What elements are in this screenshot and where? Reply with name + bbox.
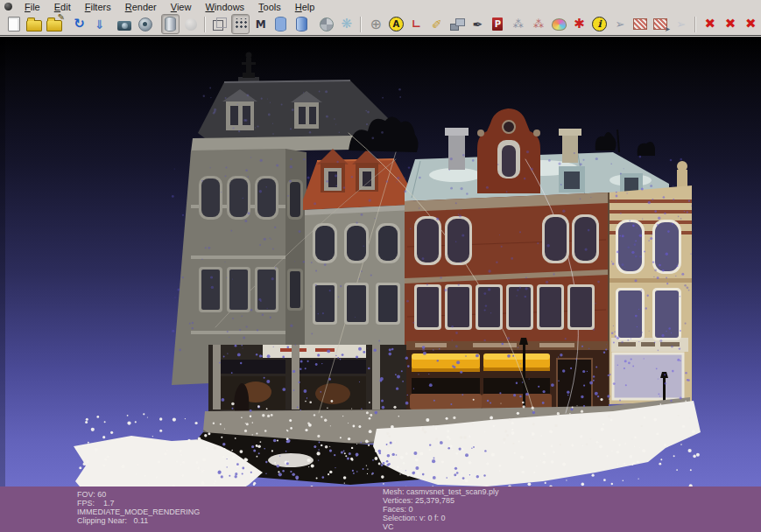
toolbar-separator bbox=[694, 17, 696, 32]
hud-clipping: Clipping Near: 0.11 bbox=[77, 516, 200, 525]
menu-item-windows[interactable]: Windows bbox=[198, 1, 251, 13]
app-icon bbox=[4, 3, 12, 10]
xcross-icon: ✖ bbox=[705, 18, 716, 31]
arrow-outline-icon: ➢ bbox=[676, 18, 686, 30]
pdf-manual-button[interactable]: P bbox=[489, 14, 507, 34]
open-project-button[interactable] bbox=[25, 14, 43, 34]
selarrow-icon: ➢ bbox=[615, 18, 624, 30]
hud-fov: FOV: 60 bbox=[77, 490, 200, 499]
draw-bbox-button[interactable] bbox=[210, 14, 229, 34]
selpt-red-icon: ⁂ bbox=[533, 19, 544, 30]
z-painting-button[interactable]: ✐ bbox=[427, 14, 446, 34]
render-mode-points-button[interactable] bbox=[161, 14, 180, 34]
draw-wireframe-button[interactable]: M bbox=[251, 14, 270, 34]
axes-icon: ∟ bbox=[412, 18, 421, 30]
brain-icon bbox=[552, 18, 567, 31]
select-vertices-brush-button[interactable]: ⁂ bbox=[529, 14, 547, 34]
paint-tool-button[interactable]: ✒ bbox=[469, 14, 487, 34]
webcam-icon bbox=[138, 18, 152, 32]
ambient-occlusion-button[interactable]: A bbox=[387, 14, 405, 34]
dots-icon bbox=[234, 18, 247, 30]
smooth-icon bbox=[296, 17, 307, 32]
star-icon: ✱ bbox=[574, 18, 585, 31]
menu-item-help[interactable]: Help bbox=[288, 1, 322, 13]
layer-info-button[interactable]: i bbox=[590, 14, 609, 34]
show-raster-button[interactable] bbox=[136, 14, 154, 34]
roof-statue bbox=[238, 52, 259, 85]
reload-mesh-button[interactable]: ↻ bbox=[70, 14, 88, 34]
menu-item-tools[interactable]: Tools bbox=[251, 1, 288, 13]
copy-viewpoint-button[interactable] bbox=[447, 14, 466, 34]
cylinder-icon bbox=[165, 17, 176, 32]
draw-smooth-button[interactable] bbox=[292, 14, 310, 34]
a-circle-icon: A bbox=[389, 17, 404, 32]
menu-item-filters[interactable]: Filters bbox=[78, 1, 118, 13]
menu-item-render[interactable]: Render bbox=[118, 1, 164, 13]
point-cloud-render bbox=[0, 37, 761, 487]
xcross-icon: ✖ bbox=[745, 18, 757, 31]
selface-icon bbox=[633, 18, 647, 30]
select-faces-button[interactable] bbox=[631, 14, 650, 34]
sphere-icon bbox=[185, 18, 197, 31]
colorize-mesh-button[interactable] bbox=[550, 14, 568, 34]
viewport-3d[interactable] bbox=[0, 37, 761, 486]
selpt-icon: ⁂ bbox=[513, 19, 524, 30]
toolbar: ↻⇓M❋⊕A∟✐✒P⁂⁂✱i➢➢✖✖✖ bbox=[0, 13, 761, 36]
hud-mesh-info: Mesh: casmvsnet_test_scan9.ply Vertices:… bbox=[383, 487, 499, 531]
info-icon: i bbox=[592, 17, 607, 32]
render-mode-sphere-button[interactable] bbox=[181, 14, 200, 34]
deselect-tool-button[interactable]: ➢ bbox=[672, 14, 690, 34]
xcross-icon: ✖ bbox=[725, 18, 736, 31]
import-mesh-button[interactable] bbox=[45, 14, 63, 34]
delete-selected-faces-button[interactable]: ✖ bbox=[701, 14, 719, 34]
folder-icon bbox=[26, 20, 42, 32]
hud-faces: Faces: 0 bbox=[383, 505, 499, 514]
page-icon bbox=[8, 17, 20, 32]
hud-camera-info: FOV: 60 FPS: 1.7 IMMEDIATE_MODE_RENDERIN… bbox=[77, 490, 200, 525]
show-axis-button[interactable]: ∟ bbox=[407, 14, 426, 34]
geometry-tool-button[interactable]: ✱ bbox=[570, 14, 588, 34]
cube-icon bbox=[213, 20, 223, 31]
select-faces-rect-button[interactable] bbox=[652, 14, 670, 34]
menu-bar: FileEditFiltersRenderViewWindowsToolsHel… bbox=[0, 0, 761, 13]
menu-item-edit[interactable]: Edit bbox=[47, 1, 78, 13]
export-icon: ⇓ bbox=[95, 18, 105, 31]
hud-vc: VC bbox=[383, 522, 499, 531]
hud-strip: FOV: 60 FPS: 1.7 IMMEDIATE_MODE_RENDERIN… bbox=[0, 486, 761, 532]
reload-icon: ↻ bbox=[74, 18, 85, 31]
menu-item-view[interactable]: View bbox=[164, 1, 199, 13]
flake-icon: ❋ bbox=[342, 18, 353, 31]
meshlab-window: FileEditFiltersRenderViewWindowsToolsHel… bbox=[0, 0, 761, 532]
folder-edit-icon bbox=[46, 20, 62, 32]
menu-bar-items: FileEditFiltersRenderViewWindowsToolsHel… bbox=[18, 2, 321, 12]
show-trackball-button[interactable]: ⊕ bbox=[366, 14, 384, 34]
camera-icon bbox=[117, 21, 131, 31]
delete-selected-vertices-button[interactable]: ✖ bbox=[721, 14, 739, 34]
delete-selected-faces-vertices-button[interactable]: ✖ bbox=[742, 14, 760, 34]
draw-texture-button[interactable] bbox=[317, 14, 335, 34]
export-mesh-button[interactable]: ⇓ bbox=[90, 14, 109, 34]
draw-flat-button[interactable] bbox=[271, 14, 290, 34]
cams-icon bbox=[450, 18, 464, 30]
toolbar-separator bbox=[204, 17, 206, 32]
save-snapshot-button[interactable] bbox=[116, 14, 134, 34]
hud-vertices: Vertices: 25,379,785 bbox=[383, 496, 499, 505]
crosshair-icon: ⊕ bbox=[370, 18, 381, 32]
menu-item-file[interactable]: File bbox=[18, 1, 47, 13]
draw-points-button[interactable] bbox=[231, 14, 250, 34]
select-connected-button[interactable]: ➢ bbox=[610, 14, 629, 34]
toolbar-separator bbox=[360, 17, 362, 32]
render-decoration-button[interactable]: ❋ bbox=[337, 14, 356, 34]
select-vertices-button[interactable]: ⁂ bbox=[509, 14, 527, 34]
chalk-icon: ✐ bbox=[432, 18, 442, 31]
hud-selection: Selection: v: 0 f: 0 bbox=[383, 514, 499, 522]
hud-fps: FPS: 1.7 bbox=[77, 499, 200, 508]
selface-arrow-icon bbox=[653, 18, 667, 30]
flat-icon bbox=[275, 17, 286, 32]
pbook-icon: P bbox=[492, 18, 503, 31]
hud-render-mode: IMMEDIATE_MODE_RENDERING bbox=[77, 508, 200, 516]
texsphere-icon bbox=[320, 18, 334, 32]
wireframe-icon: M bbox=[256, 19, 266, 30]
new-project-button[interactable] bbox=[4, 14, 23, 34]
brush-icon: ✒ bbox=[472, 18, 483, 31]
